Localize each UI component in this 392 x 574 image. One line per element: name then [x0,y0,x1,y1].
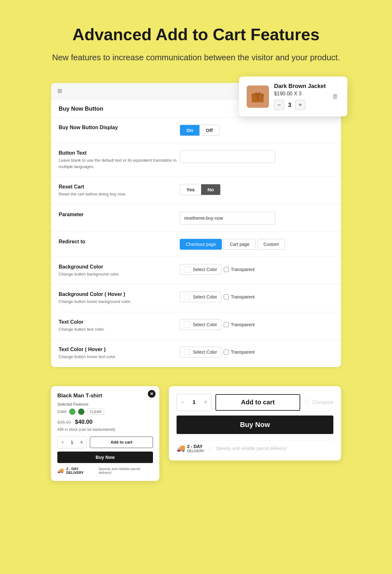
page-subtitle: New features to increase communication b… [51,51,341,64]
bg-color-select-btn[interactable]: Select Color [180,264,221,275]
text-color-preview [184,321,190,328]
desc-button-text: Leave blank to use the default text or i… [59,157,180,170]
settings-panel: ⊞ Buy Now Button Buy Now Button Display … [51,83,341,367]
action-compare-label: Compare [312,400,333,405]
desc-reset-cart: Reset the cart before doing buy now. [59,191,180,197]
label-reset-cart: Reset Cart [59,184,180,190]
cart-qty-decrease[interactable]: − [274,100,284,110]
redirect-options: Checkout page Cart page Custom [180,239,285,250]
popup-qty-decrease[interactable]: − [58,437,67,448]
action-row-1: − 1 + Add to cart ♡ Compare [177,394,333,411]
toggle-off-btn[interactable]: Off [200,125,219,136]
action-buy-now-btn[interactable]: Buy Now [177,416,333,434]
product-thumbnail [247,85,269,108]
row-bg-color: Background Color Change button backgroun… [51,257,341,285]
button-text-input[interactable] [180,150,275,163]
bg-transparent-checkbox[interactable] [224,267,229,272]
action-qty-increase[interactable]: + [200,394,211,411]
label-buy-now-display: Buy Now Button Display [59,125,180,130]
heart-icon: ♡ [304,398,310,407]
cart-popup-info: Dark Brown Jacket $190.00 X 3 − 3 + [274,83,326,110]
toggle-on-off: On Off [180,125,220,136]
delivery-separator: | [209,445,211,451]
bg-hover-color-select-btn[interactable]: Select Color [180,291,221,302]
delivery-sub-label: DELIVERY [187,449,204,453]
action-compare-group[interactable]: ♡ Compare [304,398,333,407]
text-hover-transparent-label[interactable]: Transparent [224,350,255,355]
popup-qty-increase[interactable]: + [77,437,86,448]
bg-hover-color-preview [184,294,190,300]
parameter-input[interactable] [180,212,275,224]
text-transparent-checkbox[interactable] [224,322,229,327]
toggle-yes-btn[interactable]: Yes [180,184,201,195]
desc-text-color: Change button text color. [59,326,180,333]
action-delivery: 🚚 2 - DAY DELIVERY | Speedy and reliable… [177,440,333,453]
popup-color-label: Color [57,409,67,414]
label-text-color: Text Color [59,319,180,325]
row-redirect: Redirect to Checkout page Cart page Cust… [51,232,341,257]
redirect-checkout-btn[interactable]: Checkout page [180,239,222,250]
delivery-days-label: 2 - DAY [187,444,204,449]
panel-header-icon: ⊞ [57,87,62,94]
redirect-custom-btn[interactable]: Custom [258,239,285,250]
cart-qty-value: 3 [288,102,291,108]
desc-text-hover-color: Change button hover text color. [59,354,180,360]
popup-color-dot-dark-green[interactable] [78,408,84,415]
label-button-text: Button Text [59,150,180,156]
popup-product-name: Black Man T-shirt [57,393,153,399]
product-popup-preview: ✕ Black Man T-shirt Selected Features Co… [51,386,159,481]
main-area: Dark Brown Jacket $190.00 X 3 − 3 + 🗑 ⊞ … [51,83,341,367]
row-bg-hover-color: Background Color ( Hover ) Change button… [51,284,341,312]
popup-delivery-label: 2 - DAY DELIVERY [66,467,96,475]
popup-price-row: $45.00 $40.00 [57,419,153,425]
cart-delete-icon[interactable]: 🗑 [331,92,340,101]
label-parameter: Parameter [59,212,180,217]
popup-clear-btn[interactable]: CLEAR [87,409,105,415]
cart-qty-increase[interactable]: + [295,100,305,110]
label-bg-color: Background Color [59,264,180,270]
desc-bg-hover-color: Change button hover background color. [59,298,180,305]
bottom-previews: ✕ Black Man T-shirt Selected Features Co… [51,386,341,481]
row-button-text: Button Text Leave blank to use the defau… [51,143,341,177]
bg-transparent-label[interactable]: Transparent [224,267,255,272]
delivery-truck-icon: 🚚 [57,467,64,474]
label-bg-hover-color: Background Color ( Hover ) [59,291,180,297]
label-redirect: Redirect to [59,239,180,245]
popup-qty-value: 1 [67,440,77,445]
toggle-on-btn[interactable]: On [180,125,200,136]
text-color-select-btn[interactable]: Select Color [180,319,221,330]
popup-price-old: $45.00 [57,420,71,425]
action-qty-decrease[interactable]: − [177,394,188,411]
popup-selected-label: Selected Features [57,402,153,407]
row-reset-cart: Reset Cart Reset the cart before doing b… [51,177,341,205]
bg-hover-transparent-label[interactable]: Transparent [224,294,255,299]
delivery-truck-icon-large: 🚚 [177,444,185,453]
text-transparent-label[interactable]: Transparent [224,322,255,327]
toggle-no-btn[interactable]: No [201,184,220,195]
row-text-color: Text Color Change button text color. Sel… [51,312,341,340]
row-parameter: Parameter [51,205,341,232]
row-text-hover-color: Text Color ( Hover ) Change button hover… [51,340,341,367]
page-title: Advanced Add to Cart Features [51,26,341,44]
text-hover-color-preview [184,349,190,355]
redirect-cart-btn[interactable]: Cart page [224,239,255,250]
cart-popup: Dark Brown Jacket $190.00 X 3 − 3 + 🗑 [239,77,347,116]
popup-add-cart-btn[interactable]: Add to cart [90,437,153,448]
text-hover-transparent-checkbox[interactable] [224,350,229,355]
action-preview: − 1 + Add to cart ♡ Compare Buy Now 🚚 2 … [169,386,341,460]
popup-qty-cart: − 1 + Add to cart [57,436,153,448]
popup-close-btn[interactable]: ✕ [148,390,156,398]
action-qty-group: − 1 + [177,394,212,411]
text-hover-color-select-btn[interactable]: Select Color [180,347,221,357]
hero-section: Advanced Add to Cart Features New featur… [51,26,341,64]
cart-product-name: Dark Brown Jacket [274,83,326,90]
cart-product-price: $190.00 X 3 [274,91,326,97]
desc-bg-color: Change button background color. [59,271,180,277]
popup-buy-now-btn[interactable]: Buy Now [57,452,153,463]
popup-delivery: 🚚 2 - DAY DELIVERY Speedy and reliable p… [57,467,153,475]
bg-hover-transparent-checkbox[interactable] [224,294,229,299]
action-add-cart-btn[interactable]: Add to cart [215,394,300,411]
popup-price-new: $40.00 [75,419,92,425]
popup-qty-group: − 1 + [57,436,87,448]
popup-color-dot-green[interactable] [69,408,76,415]
